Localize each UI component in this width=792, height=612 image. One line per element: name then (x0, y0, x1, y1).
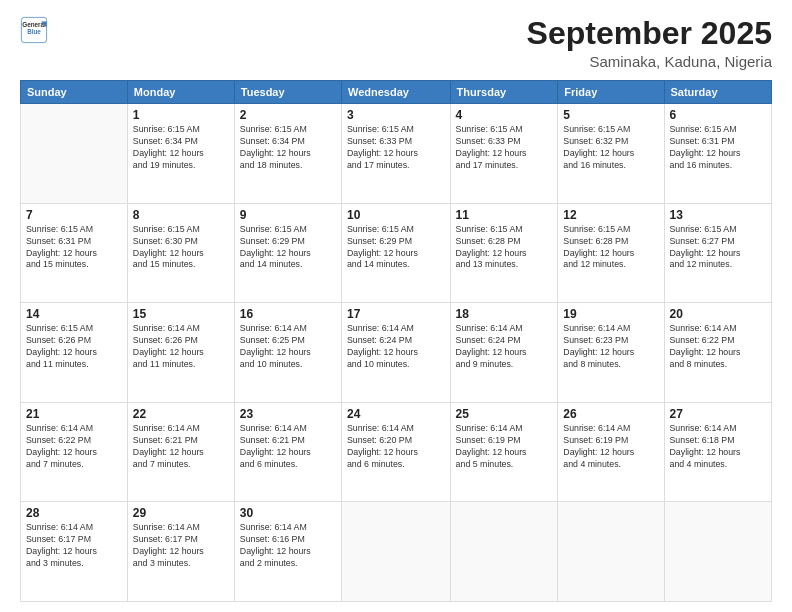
calendar-week-3: 21Sunrise: 6:14 AM Sunset: 6:22 PM Dayli… (21, 402, 772, 502)
day-info: Sunrise: 6:14 AM Sunset: 6:19 PM Dayligh… (563, 423, 658, 471)
day-info: Sunrise: 6:15 AM Sunset: 6:26 PM Dayligh… (26, 323, 122, 371)
calendar-cell: 1Sunrise: 6:15 AM Sunset: 6:34 PM Daylig… (127, 104, 234, 204)
calendar-cell: 21Sunrise: 6:14 AM Sunset: 6:22 PM Dayli… (21, 402, 128, 502)
day-info: Sunrise: 6:14 AM Sunset: 6:23 PM Dayligh… (563, 323, 658, 371)
calendar-cell: 17Sunrise: 6:14 AM Sunset: 6:24 PM Dayli… (341, 303, 450, 403)
day-number: 12 (563, 208, 658, 222)
calendar-cell (450, 502, 558, 602)
calendar-cell (341, 502, 450, 602)
calendar-header: SundayMondayTuesdayWednesdayThursdayFrid… (21, 81, 772, 104)
day-number: 7 (26, 208, 122, 222)
day-number: 25 (456, 407, 553, 421)
day-number: 10 (347, 208, 445, 222)
day-info: Sunrise: 6:15 AM Sunset: 6:33 PM Dayligh… (347, 124, 445, 172)
weekday-header-friday: Friday (558, 81, 664, 104)
day-number: 22 (133, 407, 229, 421)
day-number: 14 (26, 307, 122, 321)
day-info: Sunrise: 6:15 AM Sunset: 6:32 PM Dayligh… (563, 124, 658, 172)
day-number: 24 (347, 407, 445, 421)
calendar-week-2: 14Sunrise: 6:15 AM Sunset: 6:26 PM Dayli… (21, 303, 772, 403)
day-info: Sunrise: 6:14 AM Sunset: 6:16 PM Dayligh… (240, 522, 336, 570)
day-info: Sunrise: 6:14 AM Sunset: 6:18 PM Dayligh… (670, 423, 767, 471)
weekday-header-sunday: Sunday (21, 81, 128, 104)
day-number: 26 (563, 407, 658, 421)
day-info: Sunrise: 6:14 AM Sunset: 6:17 PM Dayligh… (133, 522, 229, 570)
day-number: 18 (456, 307, 553, 321)
calendar-cell: 14Sunrise: 6:15 AM Sunset: 6:26 PM Dayli… (21, 303, 128, 403)
day-info: Sunrise: 6:15 AM Sunset: 6:28 PM Dayligh… (563, 224, 658, 272)
day-number: 17 (347, 307, 445, 321)
calendar-cell: 10Sunrise: 6:15 AM Sunset: 6:29 PM Dayli… (341, 203, 450, 303)
day-info: Sunrise: 6:15 AM Sunset: 6:29 PM Dayligh… (240, 224, 336, 272)
calendar-table: SundayMondayTuesdayWednesdayThursdayFrid… (20, 80, 772, 602)
calendar-cell: 2Sunrise: 6:15 AM Sunset: 6:34 PM Daylig… (234, 104, 341, 204)
logo: General Blue (20, 16, 48, 44)
calendar-cell: 6Sunrise: 6:15 AM Sunset: 6:31 PM Daylig… (664, 104, 772, 204)
calendar-cell: 26Sunrise: 6:14 AM Sunset: 6:19 PM Dayli… (558, 402, 664, 502)
calendar-cell: 23Sunrise: 6:14 AM Sunset: 6:21 PM Dayli… (234, 402, 341, 502)
calendar-cell: 22Sunrise: 6:14 AM Sunset: 6:21 PM Dayli… (127, 402, 234, 502)
day-info: Sunrise: 6:14 AM Sunset: 6:24 PM Dayligh… (456, 323, 553, 371)
day-info: Sunrise: 6:15 AM Sunset: 6:31 PM Dayligh… (26, 224, 122, 272)
calendar-week-0: 1Sunrise: 6:15 AM Sunset: 6:34 PM Daylig… (21, 104, 772, 204)
day-info: Sunrise: 6:14 AM Sunset: 6:22 PM Dayligh… (670, 323, 767, 371)
day-info: Sunrise: 6:15 AM Sunset: 6:29 PM Dayligh… (347, 224, 445, 272)
location-subtitle: Saminaka, Kaduna, Nigeria (527, 53, 772, 70)
day-info: Sunrise: 6:14 AM Sunset: 6:17 PM Dayligh… (26, 522, 122, 570)
weekday-header-wednesday: Wednesday (341, 81, 450, 104)
calendar-cell (558, 502, 664, 602)
day-info: Sunrise: 6:15 AM Sunset: 6:34 PM Dayligh… (240, 124, 336, 172)
calendar-cell: 30Sunrise: 6:14 AM Sunset: 6:16 PM Dayli… (234, 502, 341, 602)
day-number: 21 (26, 407, 122, 421)
month-title: September 2025 (527, 16, 772, 51)
day-number: 27 (670, 407, 767, 421)
calendar-cell: 15Sunrise: 6:14 AM Sunset: 6:26 PM Dayli… (127, 303, 234, 403)
day-number: 23 (240, 407, 336, 421)
day-info: Sunrise: 6:14 AM Sunset: 6:21 PM Dayligh… (240, 423, 336, 471)
calendar-cell: 20Sunrise: 6:14 AM Sunset: 6:22 PM Dayli… (664, 303, 772, 403)
calendar-week-4: 28Sunrise: 6:14 AM Sunset: 6:17 PM Dayli… (21, 502, 772, 602)
weekday-header-monday: Monday (127, 81, 234, 104)
calendar-week-1: 7Sunrise: 6:15 AM Sunset: 6:31 PM Daylig… (21, 203, 772, 303)
day-number: 3 (347, 108, 445, 122)
calendar-cell: 19Sunrise: 6:14 AM Sunset: 6:23 PM Dayli… (558, 303, 664, 403)
calendar-cell: 16Sunrise: 6:14 AM Sunset: 6:25 PM Dayli… (234, 303, 341, 403)
day-number: 9 (240, 208, 336, 222)
svg-text:Blue: Blue (27, 28, 41, 35)
calendar-cell (664, 502, 772, 602)
weekday-header-tuesday: Tuesday (234, 81, 341, 104)
day-number: 13 (670, 208, 767, 222)
calendar-cell: 12Sunrise: 6:15 AM Sunset: 6:28 PM Dayli… (558, 203, 664, 303)
day-number: 11 (456, 208, 553, 222)
day-info: Sunrise: 6:15 AM Sunset: 6:33 PM Dayligh… (456, 124, 553, 172)
day-number: 29 (133, 506, 229, 520)
title-block: September 2025 Saminaka, Kaduna, Nigeria (527, 16, 772, 70)
day-number: 2 (240, 108, 336, 122)
calendar-cell: 27Sunrise: 6:14 AM Sunset: 6:18 PM Dayli… (664, 402, 772, 502)
calendar-cell: 9Sunrise: 6:15 AM Sunset: 6:29 PM Daylig… (234, 203, 341, 303)
day-info: Sunrise: 6:15 AM Sunset: 6:34 PM Dayligh… (133, 124, 229, 172)
day-info: Sunrise: 6:14 AM Sunset: 6:22 PM Dayligh… (26, 423, 122, 471)
day-info: Sunrise: 6:14 AM Sunset: 6:20 PM Dayligh… (347, 423, 445, 471)
day-info: Sunrise: 6:14 AM Sunset: 6:21 PM Dayligh… (133, 423, 229, 471)
day-info: Sunrise: 6:14 AM Sunset: 6:19 PM Dayligh… (456, 423, 553, 471)
calendar-cell: 5Sunrise: 6:15 AM Sunset: 6:32 PM Daylig… (558, 104, 664, 204)
calendar-cell: 7Sunrise: 6:15 AM Sunset: 6:31 PM Daylig… (21, 203, 128, 303)
day-number: 16 (240, 307, 336, 321)
calendar-cell: 11Sunrise: 6:15 AM Sunset: 6:28 PM Dayli… (450, 203, 558, 303)
calendar-cell: 3Sunrise: 6:15 AM Sunset: 6:33 PM Daylig… (341, 104, 450, 204)
day-number: 8 (133, 208, 229, 222)
calendar-cell: 28Sunrise: 6:14 AM Sunset: 6:17 PM Dayli… (21, 502, 128, 602)
day-number: 1 (133, 108, 229, 122)
day-info: Sunrise: 6:14 AM Sunset: 6:26 PM Dayligh… (133, 323, 229, 371)
calendar-cell: 25Sunrise: 6:14 AM Sunset: 6:19 PM Dayli… (450, 402, 558, 502)
day-number: 19 (563, 307, 658, 321)
day-number: 20 (670, 307, 767, 321)
day-info: Sunrise: 6:14 AM Sunset: 6:24 PM Dayligh… (347, 323, 445, 371)
calendar-cell: 4Sunrise: 6:15 AM Sunset: 6:33 PM Daylig… (450, 104, 558, 204)
day-info: Sunrise: 6:15 AM Sunset: 6:28 PM Dayligh… (456, 224, 553, 272)
weekday-header-saturday: Saturday (664, 81, 772, 104)
calendar-cell: 18Sunrise: 6:14 AM Sunset: 6:24 PM Dayli… (450, 303, 558, 403)
calendar-body: 1Sunrise: 6:15 AM Sunset: 6:34 PM Daylig… (21, 104, 772, 602)
day-info: Sunrise: 6:15 AM Sunset: 6:31 PM Dayligh… (670, 124, 767, 172)
